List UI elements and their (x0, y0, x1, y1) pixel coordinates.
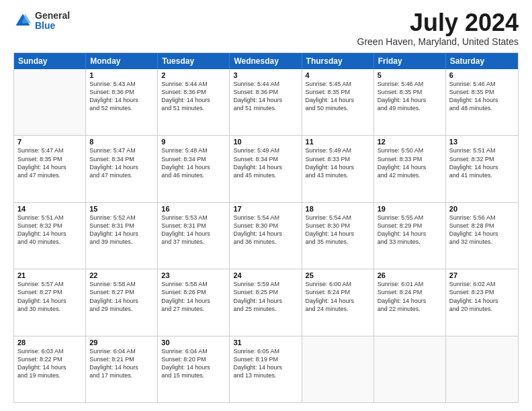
cell-line: Sunrise: 5:53 AM (161, 214, 226, 222)
calendar-cell: 3Sunrise: 5:44 AMSunset: 8:36 PMDaylight… (230, 69, 302, 135)
cell-line: and 19 minutes. (17, 371, 82, 379)
cell-line: and 43 minutes. (306, 171, 370, 179)
cell-line: and 50 minutes. (306, 104, 370, 112)
calendar-cell: 13Sunrise: 5:51 AMSunset: 8:32 PMDayligh… (446, 136, 518, 201)
cell-line: Daylight: 14 hours (161, 297, 226, 305)
calendar-cell: 27Sunrise: 6:02 AMSunset: 8:23 PMDayligh… (446, 269, 518, 335)
day-number: 7 (17, 138, 82, 146)
cell-line: Sunset: 8:21 PM (89, 355, 154, 363)
calendar-cell: 22Sunrise: 5:58 AMSunset: 8:27 PMDayligh… (86, 269, 158, 335)
cell-line: Daylight: 14 hours (233, 297, 298, 305)
cell-line: and 47 minutes. (17, 171, 82, 179)
calendar-cell: 21Sunrise: 5:57 AMSunset: 8:27 PMDayligh… (14, 269, 86, 335)
cell-line: Sunrise: 5:44 AM (161, 80, 226, 88)
cell-line: Sunset: 8:27 PM (89, 288, 154, 296)
cell-line: Sunrise: 6:00 AM (306, 280, 370, 288)
cell-line: and 47 minutes. (89, 171, 154, 179)
day-number: 27 (449, 271, 515, 279)
logo-text: General Blue (35, 11, 70, 32)
cell-line: and 27 minutes. (161, 305, 226, 313)
cell-line: Daylight: 14 hours (161, 363, 226, 371)
calendar-cell: 14Sunrise: 5:51 AMSunset: 8:32 PMDayligh… (14, 203, 86, 269)
cell-line: Sunrise: 5:52 AM (89, 214, 154, 222)
cell-line: Daylight: 14 hours (233, 230, 298, 238)
cell-line: Daylight: 14 hours (378, 163, 442, 171)
calendar-cell (374, 336, 446, 402)
cell-line: Daylight: 14 hours (17, 230, 82, 238)
calendar-cell: 29Sunrise: 6:04 AMSunset: 8:21 PMDayligh… (86, 336, 158, 402)
cell-line: Daylight: 14 hours (89, 297, 154, 305)
calendar-cell (302, 336, 374, 402)
cell-line: Sunrise: 5:50 AM (378, 146, 442, 154)
cell-line: Sunrise: 5:58 AM (161, 280, 226, 288)
calendar-cell: 9Sunrise: 5:48 AMSunset: 8:34 PMDaylight… (158, 136, 230, 201)
day-number: 12 (378, 138, 442, 146)
day-number: 10 (233, 138, 298, 146)
calendar-row-4: 28Sunrise: 6:03 AMSunset: 8:22 PMDayligh… (14, 336, 518, 402)
cell-line: Sunrise: 5:54 AM (233, 214, 298, 222)
calendar-row-2: 14Sunrise: 5:51 AMSunset: 8:32 PMDayligh… (14, 202, 518, 269)
cell-line: Sunrise: 5:59 AM (233, 280, 298, 288)
day-number: 1 (89, 71, 154, 79)
header-day-saturday: Saturday (446, 53, 518, 69)
day-number: 22 (89, 271, 154, 279)
cell-line: Daylight: 14 hours (161, 230, 226, 238)
cell-line: Daylight: 14 hours (233, 96, 298, 104)
cell-line: Sunrise: 5:57 AM (17, 280, 82, 288)
calendar-cell: 8Sunrise: 5:47 AMSunset: 8:34 PMDaylight… (86, 136, 158, 201)
calendar-cell: 23Sunrise: 5:58 AMSunset: 8:26 PMDayligh… (158, 269, 230, 335)
cell-line: Sunrise: 5:47 AM (89, 146, 154, 154)
cell-line: Sunrise: 6:04 AM (89, 347, 154, 355)
calendar-cell: 15Sunrise: 5:52 AMSunset: 8:31 PMDayligh… (86, 203, 158, 269)
cell-line: Sunrise: 5:58 AM (89, 280, 154, 288)
cell-line: Sunrise: 5:47 AM (17, 146, 82, 154)
cell-line: Daylight: 14 hours (89, 363, 154, 371)
calendar-cell: 17Sunrise: 5:54 AMSunset: 8:30 PMDayligh… (230, 203, 302, 269)
cell-line: Sunrise: 6:02 AM (449, 280, 515, 288)
cell-line: Daylight: 14 hours (449, 96, 515, 104)
cell-line: and 46 minutes. (161, 171, 226, 179)
cell-line: Daylight: 14 hours (161, 163, 226, 171)
day-number: 26 (378, 271, 442, 279)
cell-line: Daylight: 14 hours (306, 163, 370, 171)
calendar-cell: 25Sunrise: 6:00 AMSunset: 8:24 PMDayligh… (302, 269, 374, 335)
cell-line: Sunset: 8:35 PM (306, 88, 370, 96)
cell-line: Daylight: 14 hours (161, 96, 226, 104)
cell-line: Sunrise: 5:49 AM (233, 146, 298, 154)
calendar-cell (14, 69, 86, 135)
calendar-body: 1Sunrise: 5:43 AMSunset: 8:36 PMDaylight… (14, 69, 518, 402)
header-day-friday: Friday (374, 53, 446, 69)
day-number: 6 (449, 71, 515, 79)
cell-line: Daylight: 14 hours (378, 297, 442, 305)
cell-line: Sunrise: 6:01 AM (378, 280, 442, 288)
cell-line: Sunset: 8:27 PM (17, 288, 82, 296)
cell-line: Daylight: 14 hours (89, 96, 154, 104)
cell-line: Sunset: 8:34 PM (89, 155, 154, 163)
cell-line: Sunset: 8:35 PM (449, 88, 515, 96)
cell-line: Sunrise: 6:04 AM (161, 347, 226, 355)
cell-line: and 51 minutes. (233, 104, 298, 112)
day-number: 30 (161, 338, 226, 347)
cell-line: Daylight: 14 hours (89, 163, 154, 171)
day-number: 21 (17, 271, 82, 279)
cell-line: Sunrise: 6:03 AM (17, 347, 82, 355)
cell-line: Sunrise: 6:05 AM (233, 347, 298, 355)
cell-line: Daylight: 14 hours (233, 363, 298, 371)
cell-line: and 29 minutes. (89, 305, 154, 313)
calendar-cell: 30Sunrise: 6:04 AMSunset: 8:20 PMDayligh… (158, 336, 230, 402)
cell-line: and 20 minutes. (449, 305, 515, 313)
cell-line: and 48 minutes. (449, 104, 515, 112)
cell-line: Sunset: 8:32 PM (449, 155, 515, 163)
cell-line: Sunset: 8:29 PM (378, 222, 442, 230)
cell-line: Sunset: 8:36 PM (233, 88, 298, 96)
cell-line: Sunrise: 5:55 AM (378, 214, 442, 222)
cell-line: Sunset: 8:25 PM (233, 288, 298, 296)
day-number: 2 (161, 71, 226, 79)
cell-line: Daylight: 14 hours (378, 96, 442, 104)
day-number: 29 (89, 338, 154, 347)
cell-line: and 40 minutes. (17, 238, 82, 246)
cell-line: and 36 minutes. (233, 238, 298, 246)
calendar-row-0: 1Sunrise: 5:43 AMSunset: 8:36 PMDaylight… (14, 69, 518, 135)
cell-line: Sunset: 8:35 PM (378, 88, 442, 96)
cell-line: Sunset: 8:36 PM (161, 88, 226, 96)
